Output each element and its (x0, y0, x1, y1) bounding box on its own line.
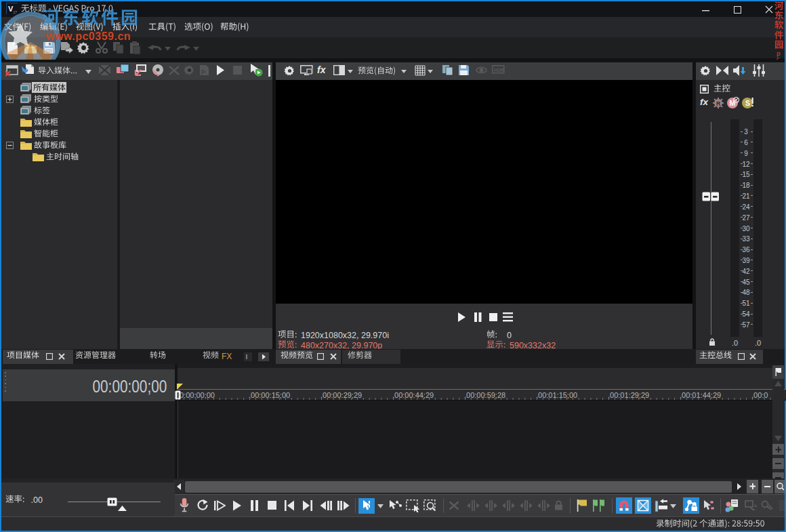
svg-text:M: M (730, 99, 736, 107)
svg-text:HDR: HDR (494, 68, 503, 73)
svg-text:R: R (716, 100, 721, 107)
svg-text:fx: fx (201, 68, 206, 75)
svg-text:S: S (745, 99, 750, 107)
